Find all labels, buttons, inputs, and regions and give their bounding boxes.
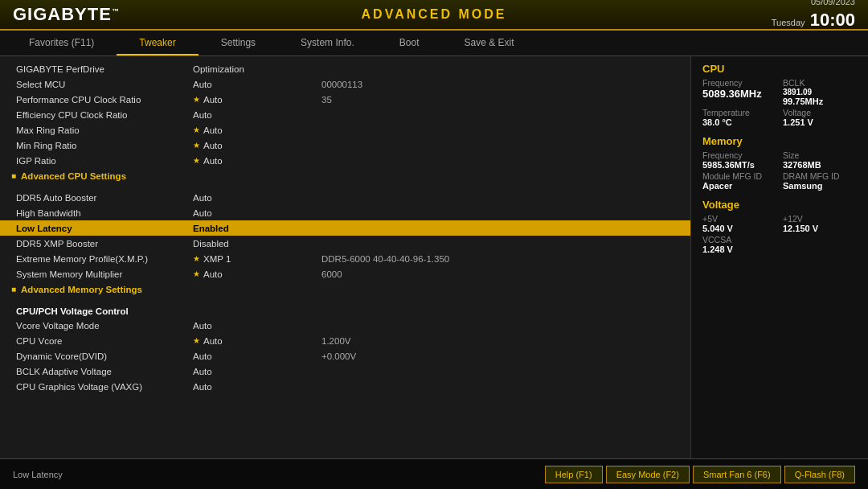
header-title: ADVANCED MODE <box>362 7 507 22</box>
row-xmp[interactable]: Extreme Memory Profile(X.M.P.) ★XMP 1 DD… <box>0 251 690 266</box>
row-dynamic-vcore[interactable]: Dynamic Vcore(DVID) Auto +0.000V <box>0 348 690 364</box>
header-datetime: 05/09/2023 Tuesday 10:00 <box>772 0 855 33</box>
section-advanced-memory[interactable]: ■ Advanced Memory Settings <box>0 281 690 297</box>
tab-system-info[interactable]: System Info. <box>278 31 377 55</box>
logo: GIGABYTE™ <box>13 4 120 25</box>
row-cpu-graphics-voltage[interactable]: CPU Graphics Voltage (VAXG) Auto <box>0 379 690 394</box>
row-cpu-vcore[interactable]: CPU Vcore ★Auto 1.200V <box>0 333 690 348</box>
row-high-bandwidth[interactable]: High Bandwidth Auto <box>0 205 690 220</box>
row-perfDrive[interactable]: GIGABYTE PerfDrive Optimization <box>0 61 690 76</box>
row-max-ring[interactable]: Max Ring Ratio ★Auto <box>0 122 690 138</box>
easy-mode-button[interactable]: Easy Mode (F2) <box>606 466 690 483</box>
help-button[interactable]: Help (F1) <box>545 466 603 483</box>
main-content: GIGABYTE PerfDrive Optimization Select M… <box>0 56 868 458</box>
tab-settings[interactable]: Settings <box>199 31 278 55</box>
group-voltage-control: CPU/PCH Voltage Control <box>0 303 690 318</box>
voltage-info: Voltage +5V 5.040 V +12V 12.150 V VCCSA … <box>702 199 857 254</box>
row-select-mcu[interactable]: Select MCU Auto 00000113 <box>0 76 690 92</box>
cpu-info: CPU Frequency 5089.36MHz BCLK 3891.09 99… <box>702 63 857 127</box>
right-panel: CPU Frequency 5089.36MHz BCLK 3891.09 99… <box>691 56 868 458</box>
row-igp-ratio[interactable]: IGP Ratio ★Auto <box>0 153 690 168</box>
status-hint: Low Latency <box>13 470 63 479</box>
row-ddr5-xmp-booster[interactable]: DDR5 XMP Booster Disabled <box>0 236 690 251</box>
row-vcore-mode[interactable]: Vcore Voltage Mode Auto <box>0 318 690 333</box>
row-bclk-adaptive[interactable]: BCLK Adaptive Voltage Auto <box>0 364 690 379</box>
bottom-buttons: Help (F1) Easy Mode (F2) Smart Fan 6 (F6… <box>545 466 855 483</box>
status-bar: Low Latency Help (F1) Easy Mode (F2) Sma… <box>0 458 868 489</box>
tab-tweaker[interactable]: Tweaker <box>117 31 198 55</box>
row-low-latency[interactable]: Low Latency Enabled <box>0 220 690 236</box>
nav-tabs: Favorites (F11) Tweaker Settings System … <box>0 31 868 56</box>
tab-save-exit[interactable]: Save & Exit <box>441 31 536 55</box>
smart-fan-button[interactable]: Smart Fan 6 (F6) <box>693 466 781 483</box>
row-ddr5-auto-booster[interactable]: DDR5 Auto Booster Auto <box>0 190 690 205</box>
memory-info: Memory Frequency 5985.36MT/s Size 32768M… <box>702 135 857 191</box>
tab-favorites[interactable]: Favorites (F11) <box>6 31 117 55</box>
row-eff-cpu-clock[interactable]: Efficiency CPU Clock Ratio Auto <box>0 107 690 122</box>
qflash-button[interactable]: Q-Flash (F8) <box>784 466 855 483</box>
left-panel: GIGABYTE PerfDrive Optimization Select M… <box>0 56 691 458</box>
header: GIGABYTE™ ADVANCED MODE 05/09/2023 Tuesd… <box>0 0 868 31</box>
section-advanced-cpu[interactable]: ■ Advanced CPU Settings <box>0 168 690 183</box>
row-perf-cpu-clock[interactable]: Performance CPU Clock Ratio ★Auto 35 <box>0 92 690 107</box>
row-mem-multiplier[interactable]: System Memory Multiplier ★Auto 6000 <box>0 266 690 281</box>
tab-boot[interactable]: Boot <box>377 31 442 55</box>
row-min-ring[interactable]: Min Ring Ratio ★Auto <box>0 138 690 153</box>
